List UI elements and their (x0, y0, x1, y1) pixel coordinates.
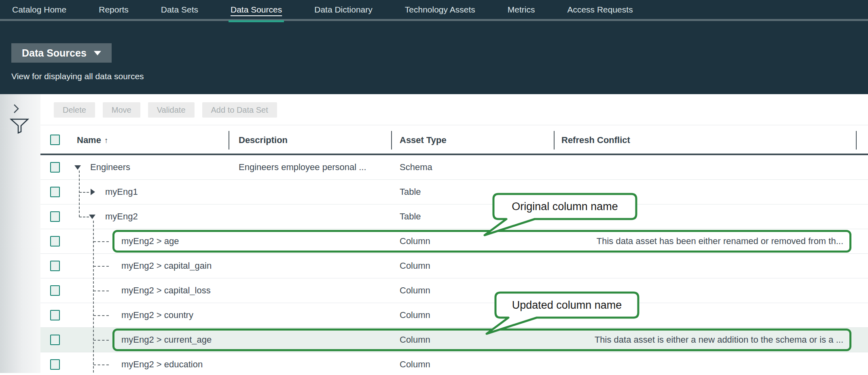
page-header: Data Sources View for displaying all dat… (0, 21, 868, 94)
tree-connector (79, 171, 80, 217)
table-row-myeng2[interactable]: myEng2 Table (40, 204, 868, 229)
nav-item-catalog-home[interactable]: Catalog Home (12, 5, 66, 15)
tree-connector (79, 192, 89, 193)
tree-connector (93, 315, 109, 316)
collapse-toggle-icon[interactable] (89, 215, 95, 219)
nav-item-data-sources[interactable]: Data Sources (231, 5, 282, 15)
column-header-refresh-conflict[interactable]: Refresh Conflict (561, 135, 630, 145)
column-divider (391, 131, 392, 150)
asset-type: Column (400, 261, 430, 271)
asset-name: myEng1 (105, 187, 138, 197)
asset-name: Engineers (90, 162, 130, 173)
row-checkbox[interactable] (50, 359, 60, 370)
tree-connector (93, 364, 109, 365)
tree-connector (93, 266, 109, 267)
view-description: View for displaying all data sources (11, 72, 868, 81)
tree-connector (93, 241, 109, 242)
row-checkbox[interactable] (50, 211, 60, 222)
asset-name: myEng2 > capital_loss (121, 285, 211, 296)
asset-type: Table (400, 187, 421, 197)
column-divider (554, 131, 555, 150)
asset-type: Column (400, 335, 430, 345)
table-row-myeng2-capital-gain[interactable]: myEng2 > capital_gain Column (40, 254, 868, 278)
column-divider (856, 131, 857, 150)
row-checkbox[interactable] (50, 236, 60, 246)
refresh-conflict-message: This data asset is either a new addition… (595, 335, 843, 345)
collapse-toggle-icon[interactable] (74, 165, 81, 170)
nav-item-data-dictionary[interactable]: Data Dictionary (314, 5, 373, 15)
nav-item-metrics[interactable]: Metrics (508, 5, 535, 15)
row-checkbox[interactable] (50, 335, 60, 345)
view-selector-button[interactable]: Data Sources (11, 43, 112, 63)
table-row-myeng1[interactable]: myEng1 Table (40, 180, 868, 204)
nav-item-access-requests[interactable]: Access Requests (567, 5, 633, 15)
table-row-engineers[interactable]: Engineers Engineers employee personal ..… (40, 155, 868, 180)
table-row-myeng2-age[interactable]: myEng2 > age Column This data asset has … (40, 229, 868, 254)
row-checkbox[interactable] (50, 285, 60, 296)
expand-panel-icon[interactable] (12, 103, 20, 116)
top-navigation: Catalog Home Reports Data Sets Data Sour… (0, 0, 868, 21)
move-button[interactable]: Move (103, 102, 140, 118)
tree-connector (93, 340, 109, 341)
filter-icon[interactable] (10, 118, 29, 135)
row-checkbox[interactable] (50, 187, 60, 197)
row-checkbox[interactable] (50, 310, 60, 320)
table-row-myeng2-capital-loss[interactable]: myEng2 > capital_loss Column (40, 278, 868, 303)
tree-connector (79, 217, 89, 217)
column-header-name-label: Name (77, 135, 101, 145)
tree-connector (93, 221, 94, 373)
table-row-myeng2-current-age[interactable]: myEng2 > current_age Column This data as… (40, 328, 868, 352)
asset-description: Engineers employee personal ... (239, 162, 366, 173)
expand-toggle-icon[interactable] (91, 189, 95, 195)
tree-connector (93, 291, 109, 291)
asset-name: myEng2 > country (121, 310, 193, 320)
nav-item-data-sets[interactable]: Data Sets (161, 5, 198, 15)
nav-item-technology-assets[interactable]: Technology Assets (405, 5, 475, 15)
column-divider (229, 131, 229, 150)
asset-type: Schema (400, 162, 432, 173)
left-sidebar (0, 94, 40, 373)
view-selector-label: Data Sources (22, 47, 87, 59)
table-header: Name↑ Description Asset Type Refresh Con… (40, 125, 868, 155)
asset-name: myEng2 (105, 211, 138, 222)
page-body: Delete Move Validate Add to Data Set Nam… (0, 94, 868, 373)
asset-name: myEng2 > age (121, 236, 179, 246)
nav-item-reports[interactable]: Reports (99, 5, 129, 15)
column-header-asset-type[interactable]: Asset Type (400, 135, 447, 145)
asset-name: myEng2 > capital_gain (121, 261, 212, 271)
actions-toolbar: Delete Move Validate Add to Data Set (40, 94, 868, 125)
row-checkbox[interactable] (50, 261, 60, 271)
table-row-myeng2-country[interactable]: myEng2 > country Column (40, 303, 868, 328)
asset-type: Column (400, 310, 430, 320)
chevron-down-icon (94, 51, 101, 55)
validate-button[interactable]: Validate (148, 102, 195, 118)
column-header-name[interactable]: Name↑ (77, 135, 108, 145)
add-to-data-set-button[interactable]: Add to Data Set (202, 102, 277, 118)
asset-name: myEng2 > current_age (121, 335, 212, 345)
select-all-checkbox[interactable] (50, 135, 60, 145)
table-row-myeng2-education[interactable]: myEng2 > education Column (40, 352, 868, 375)
refresh-conflict-message: This data asset has been either renamed … (597, 236, 843, 246)
table-body: Engineers Engineers employee personal ..… (40, 155, 868, 373)
sort-ascending-icon: ↑ (104, 136, 108, 145)
row-checkbox[interactable] (50, 162, 60, 173)
asset-type: Column (400, 359, 430, 370)
asset-type: Column (400, 236, 430, 246)
delete-button[interactable]: Delete (54, 102, 95, 118)
main-content: Delete Move Validate Add to Data Set Nam… (40, 94, 868, 373)
asset-name: myEng2 > education (121, 359, 203, 370)
asset-type: Table (400, 211, 421, 222)
asset-type: Column (400, 285, 430, 296)
column-header-description[interactable]: Description (239, 135, 288, 145)
